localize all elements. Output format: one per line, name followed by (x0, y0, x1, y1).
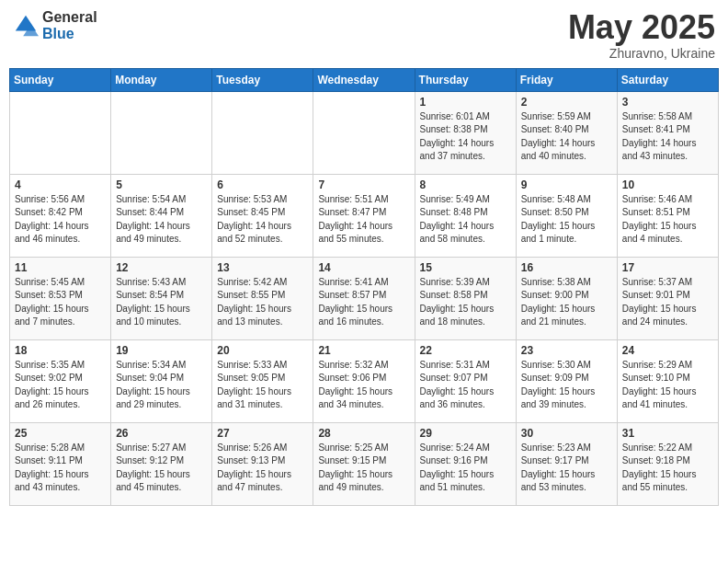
day-cell: 7Sunrise: 5:51 AM Sunset: 8:47 PM Daylig… (313, 174, 415, 257)
logo-text: General Blue (42, 9, 97, 41)
day-number: 3 (622, 96, 713, 109)
day-cell: 9Sunrise: 5:48 AM Sunset: 8:50 PM Daylig… (516, 174, 617, 257)
day-info: Sunrise: 5:51 AM Sunset: 8:47 PM Dayligh… (318, 193, 409, 247)
day-cell: 15Sunrise: 5:39 AM Sunset: 8:58 PM Dayli… (415, 257, 516, 339)
header: General Blue May 2025 Zhuravno, Ukraine (9, 9, 719, 61)
day-number: 10 (622, 178, 713, 191)
col-header-saturday: Saturday (617, 68, 718, 91)
day-number: 25 (15, 427, 106, 440)
day-info: Sunrise: 5:49 AM Sunset: 8:48 PM Dayligh… (420, 193, 511, 247)
day-cell: 11Sunrise: 5:45 AM Sunset: 8:53 PM Dayli… (10, 257, 111, 339)
day-cell: 19Sunrise: 5:34 AM Sunset: 9:04 PM Dayli… (111, 339, 212, 422)
day-number: 4 (15, 178, 106, 191)
col-header-thursday: Thursday (415, 68, 516, 91)
week-row-2: 4Sunrise: 5:56 AM Sunset: 8:42 PM Daylig… (10, 174, 719, 257)
day-cell: 31Sunrise: 5:22 AM Sunset: 9:18 PM Dayli… (617, 422, 718, 505)
day-info: Sunrise: 5:28 AM Sunset: 9:11 PM Dayligh… (15, 442, 106, 495)
day-number: 8 (420, 178, 511, 191)
day-cell: 8Sunrise: 5:49 AM Sunset: 8:48 PM Daylig… (415, 174, 516, 257)
day-number: 26 (116, 427, 207, 440)
day-info: Sunrise: 5:48 AM Sunset: 8:50 PM Dayligh… (521, 193, 612, 247)
day-number: 12 (116, 261, 207, 274)
day-number: 14 (318, 261, 409, 274)
day-info: Sunrise: 5:58 AM Sunset: 8:41 PM Dayligh… (622, 110, 713, 164)
day-cell: 16Sunrise: 5:38 AM Sunset: 9:00 PM Dayli… (516, 257, 617, 339)
day-number: 7 (318, 178, 409, 191)
day-info: Sunrise: 5:46 AM Sunset: 8:51 PM Dayligh… (622, 193, 713, 247)
day-number: 28 (318, 427, 409, 440)
day-number: 29 (420, 427, 511, 440)
logo-icon (13, 13, 39, 39)
col-header-friday: Friday (516, 68, 617, 91)
logo: General Blue (13, 9, 97, 41)
day-cell: 1Sunrise: 6:01 AM Sunset: 8:38 PM Daylig… (415, 91, 516, 174)
day-number: 22 (420, 344, 511, 357)
day-info: Sunrise: 5:30 AM Sunset: 9:09 PM Dayligh… (521, 359, 612, 412)
day-info: Sunrise: 5:35 AM Sunset: 9:02 PM Dayligh… (15, 359, 106, 412)
calendar-table: SundayMondayTuesdayWednesdayThursdayFrid… (9, 68, 719, 506)
col-header-tuesday: Tuesday (212, 68, 313, 91)
day-cell: 12Sunrise: 5:43 AM Sunset: 8:54 PM Dayli… (111, 257, 212, 339)
location: Zhuravno, Ukraine (568, 46, 715, 61)
day-number: 18 (15, 344, 106, 357)
day-info: Sunrise: 5:54 AM Sunset: 8:44 PM Dayligh… (116, 193, 207, 247)
header-row: SundayMondayTuesdayWednesdayThursdayFrid… (10, 68, 719, 91)
day-cell: 25Sunrise: 5:28 AM Sunset: 9:11 PM Dayli… (10, 422, 111, 505)
day-info: Sunrise: 5:37 AM Sunset: 9:01 PM Dayligh… (622, 276, 713, 329)
week-row-5: 25Sunrise: 5:28 AM Sunset: 9:11 PM Dayli… (10, 422, 719, 505)
day-info: Sunrise: 5:39 AM Sunset: 8:58 PM Dayligh… (420, 276, 511, 329)
day-cell: 21Sunrise: 5:32 AM Sunset: 9:06 PM Dayli… (313, 339, 415, 422)
day-cell: 22Sunrise: 5:31 AM Sunset: 9:07 PM Dayli… (415, 339, 516, 422)
day-info: Sunrise: 5:31 AM Sunset: 9:07 PM Dayligh… (420, 359, 511, 412)
day-number: 24 (622, 344, 713, 357)
day-cell: 13Sunrise: 5:42 AM Sunset: 8:55 PM Dayli… (212, 257, 313, 339)
day-cell: 23Sunrise: 5:30 AM Sunset: 9:09 PM Dayli… (516, 339, 617, 422)
day-info: Sunrise: 5:59 AM Sunset: 8:40 PM Dayligh… (521, 110, 612, 164)
day-cell: 28Sunrise: 5:25 AM Sunset: 9:15 PM Dayli… (313, 422, 415, 505)
day-number: 21 (318, 344, 409, 357)
col-header-sunday: Sunday (10, 68, 111, 91)
day-cell: 10Sunrise: 5:46 AM Sunset: 8:51 PM Dayli… (617, 174, 718, 257)
day-cell: 2Sunrise: 5:59 AM Sunset: 8:40 PM Daylig… (516, 91, 617, 174)
day-info: Sunrise: 5:34 AM Sunset: 9:04 PM Dayligh… (116, 359, 207, 412)
day-number: 17 (622, 261, 713, 274)
day-cell: 26Sunrise: 5:27 AM Sunset: 9:12 PM Dayli… (111, 422, 212, 505)
day-cell: 27Sunrise: 5:26 AM Sunset: 9:13 PM Dayli… (212, 422, 313, 505)
day-cell: 24Sunrise: 5:29 AM Sunset: 9:10 PM Dayli… (617, 339, 718, 422)
day-number: 30 (521, 427, 612, 440)
day-number: 9 (521, 178, 612, 191)
week-row-3: 11Sunrise: 5:45 AM Sunset: 8:53 PM Dayli… (10, 257, 719, 339)
day-info: Sunrise: 5:26 AM Sunset: 9:13 PM Dayligh… (217, 442, 308, 495)
day-cell: 29Sunrise: 5:24 AM Sunset: 9:16 PM Dayli… (415, 422, 516, 505)
day-info: Sunrise: 5:24 AM Sunset: 9:16 PM Dayligh… (420, 442, 511, 495)
day-info: Sunrise: 5:33 AM Sunset: 9:05 PM Dayligh… (217, 359, 308, 412)
logo-blue: Blue (42, 26, 97, 42)
day-info: Sunrise: 5:29 AM Sunset: 9:10 PM Dayligh… (622, 359, 713, 412)
day-number: 16 (521, 261, 612, 274)
day-cell (313, 91, 415, 174)
day-info: Sunrise: 5:23 AM Sunset: 9:17 PM Dayligh… (521, 442, 612, 495)
day-cell: 18Sunrise: 5:35 AM Sunset: 9:02 PM Dayli… (10, 339, 111, 422)
day-number: 13 (217, 261, 308, 274)
title-area: May 2025 Zhuravno, Ukraine (568, 9, 715, 61)
day-number: 6 (217, 178, 308, 191)
day-cell (111, 91, 212, 174)
day-cell: 5Sunrise: 5:54 AM Sunset: 8:44 PM Daylig… (111, 174, 212, 257)
day-cell: 14Sunrise: 5:41 AM Sunset: 8:57 PM Dayli… (313, 257, 415, 339)
week-row-4: 18Sunrise: 5:35 AM Sunset: 9:02 PM Dayli… (10, 339, 719, 422)
day-cell: 17Sunrise: 5:37 AM Sunset: 9:01 PM Dayli… (617, 257, 718, 339)
day-cell (10, 91, 111, 174)
week-row-1: 1Sunrise: 6:01 AM Sunset: 8:38 PM Daylig… (10, 91, 719, 174)
day-info: Sunrise: 5:43 AM Sunset: 8:54 PM Dayligh… (116, 276, 207, 329)
day-cell: 3Sunrise: 5:58 AM Sunset: 8:41 PM Daylig… (617, 91, 718, 174)
day-info: Sunrise: 5:56 AM Sunset: 8:42 PM Dayligh… (15, 193, 106, 247)
logo-general: General (42, 9, 97, 26)
day-info: Sunrise: 5:25 AM Sunset: 9:15 PM Dayligh… (318, 442, 409, 495)
day-number: 2 (521, 96, 612, 109)
col-header-monday: Monday (111, 68, 212, 91)
day-info: Sunrise: 5:27 AM Sunset: 9:12 PM Dayligh… (116, 442, 207, 495)
day-number: 27 (217, 427, 308, 440)
day-number: 1 (420, 96, 511, 109)
day-cell (212, 91, 313, 174)
day-number: 31 (622, 427, 713, 440)
